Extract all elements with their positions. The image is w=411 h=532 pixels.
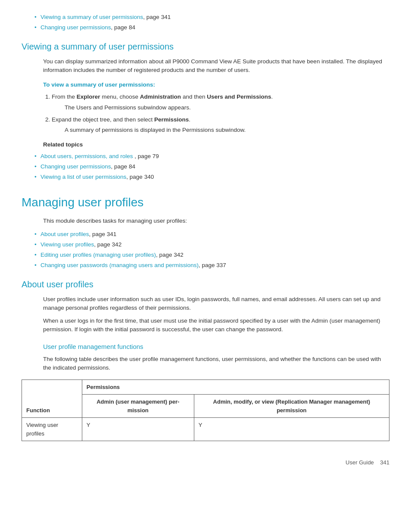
top-bullet-page-2: , page 84 — [111, 24, 135, 31]
about-body1: User profiles include user information s… — [43, 295, 389, 313]
top-bullet-item-1: Viewing a summary of user permissions, p… — [34, 13, 389, 22]
related-page-3: , page 340 — [126, 174, 154, 180]
related-topic-1: About users, permissions, and roles , pa… — [34, 152, 389, 161]
managing-link-2[interactable]: Viewing user profiles — [40, 241, 94, 248]
permissions-table-container: Function Permissions Admin (user managem… — [22, 380, 389, 442]
step-1-sub: The Users and Permissions subwindow appe… — [65, 103, 389, 112]
managing-page-1: , page 341 — [89, 231, 117, 237]
about-body2: When a user logs in for the first time, … — [43, 317, 389, 334]
related-topic-3: Viewing a list of user permissions, page… — [34, 173, 389, 181]
top-link-viewing[interactable]: Viewing a summary of user permissions — [40, 14, 143, 20]
footer-guide: User Guide — [346, 459, 374, 466]
managing-bullet-1: About user profiles, page 341 — [34, 230, 389, 239]
step-2-text: Expand the object tree, and then select … — [52, 116, 190, 123]
top-bullet-list: Viewing a summary of user permissions, p… — [34, 13, 389, 32]
managing-bullet-2: Viewing user profiles, page 342 — [34, 240, 389, 249]
related-topics-label: Related topics — [43, 140, 389, 149]
managing-bullet-3: Editing user profiles (managing user pro… — [34, 251, 389, 259]
managing-bullet-4: Changing user passwords (managing users … — [34, 261, 389, 270]
table-cell-replic-1: Y — [194, 418, 389, 441]
managing-link-4[interactable]: Changing user passwords (managing users … — [40, 262, 199, 268]
step-2-sub: A summary of permissions is displayed in… — [65, 126, 389, 134]
footer-page: 341 — [380, 459, 389, 466]
managing-bullets: About user profiles, page 341 Viewing us… — [34, 230, 389, 270]
related-link-3[interactable]: Viewing a list of user permissions — [40, 174, 126, 180]
col-permissions-header: Permissions — [82, 380, 389, 395]
sub-body-management: The following table describes the user p… — [43, 355, 389, 373]
related-page-2: , page 84 — [111, 163, 135, 170]
table-row-1: Viewing user profiles Y Y — [22, 418, 389, 441]
managing-page-4: , page 337 — [199, 262, 226, 268]
managing-page-3: , page 342 — [156, 252, 184, 258]
managing-link-1[interactable]: About user profiles — [40, 231, 89, 237]
table-cell-admin-1: Y — [82, 418, 194, 441]
col-admin-header: Admin (user management) per-mission — [82, 395, 194, 418]
step-1: From the Explorer menu, choose Administr… — [52, 93, 389, 112]
top-link-changing[interactable]: Changing user permissions — [40, 24, 111, 31]
sub-heading-management-functions: User profile management functions — [43, 342, 389, 352]
steps-list: From the Explorer menu, choose Administr… — [43, 93, 389, 134]
managing-link-3[interactable]: Editing user profiles (managing user pro… — [40, 252, 156, 258]
footer: User Guide 341 — [22, 458, 389, 467]
permissions-table: Function Permissions Admin (user managem… — [22, 380, 389, 442]
step-1-text: From the Explorer menu, choose Administr… — [52, 93, 273, 100]
col-function-header: Function — [22, 380, 82, 418]
col-replic-header: Admin, modify, or view (Replication Mana… — [194, 395, 389, 418]
managing-page-2: , page 342 — [94, 241, 121, 248]
top-bullet-page-1: , page 341 — [143, 14, 171, 20]
related-topics-list: About users, permissions, and roles , pa… — [34, 152, 389, 182]
viewing-body1: You can display summarized information a… — [43, 57, 389, 75]
procedure-label: To view a summary of user permissions: — [43, 81, 389, 89]
top-bullet-item-2: Changing user permissions, page 84 — [34, 23, 389, 32]
section-managing-heading: Managing user profiles — [22, 193, 389, 212]
related-link-1[interactable]: About users, permissions, and roles — [40, 153, 133, 159]
section-about-heading: About user profiles — [22, 278, 389, 291]
table-cell-function-1: Viewing user profiles — [22, 418, 82, 441]
related-page-1: , page 79 — [133, 153, 159, 159]
related-topic-2: Changing user permissions, page 84 — [34, 162, 389, 171]
managing-body1: This module describes tasks for managing… — [43, 217, 389, 225]
step-2: Expand the object tree, and then select … — [52, 115, 389, 135]
section-viewing-heading: Viewing a summary of user permissions — [22, 40, 389, 53]
related-link-2[interactable]: Changing user permissions — [40, 163, 111, 170]
